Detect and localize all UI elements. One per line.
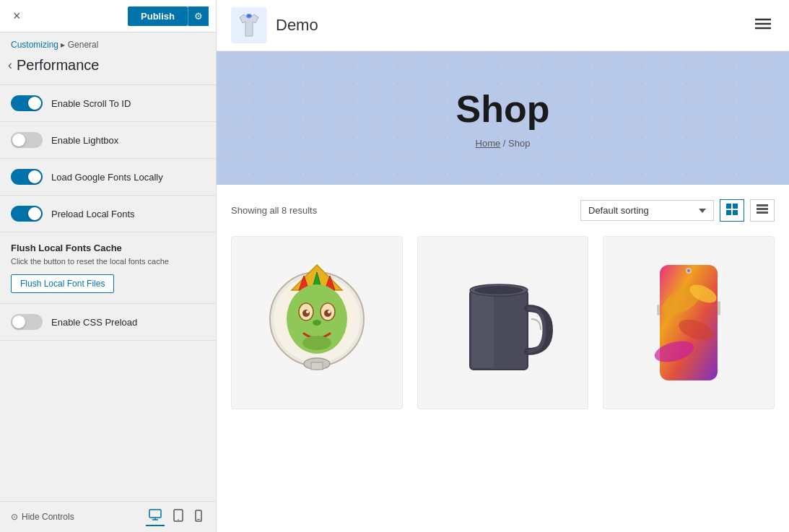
svg-rect-14	[733, 204, 738, 209]
svg-point-49	[687, 269, 690, 272]
grid-view-button[interactable]	[720, 199, 744, 222]
hamburger-menu-button[interactable]	[751, 14, 775, 38]
list-view-icon	[757, 204, 768, 215]
main-content: Demo Shop Home / Shop Showing all 8 resu…	[217, 0, 789, 532]
svg-rect-17	[757, 204, 768, 206]
desktop-view-button[interactable]	[146, 507, 165, 526]
svg-point-33	[328, 310, 331, 313]
cache-section: Flush Local Fonts Cache Click the button…	[0, 232, 216, 304]
hamburger-icon	[755, 17, 771, 30]
svg-point-35	[302, 336, 331, 350]
toggle-thumb-css-preload	[12, 315, 25, 328]
svg-rect-16	[733, 210, 738, 215]
toggle-enable-scroll-to-id[interactable]	[11, 95, 43, 111]
logo-tshirt-icon	[234, 10, 264, 40]
breadcrumb-parent-link[interactable]: Customizing	[11, 40, 58, 50]
svg-point-32	[306, 310, 309, 313]
list-view-button[interactable]	[750, 199, 775, 222]
label-enable-scroll-to-id: Enable Scroll To ID	[51, 98, 131, 109]
label-enable-lightbox: Enable Lightbox	[51, 135, 118, 146]
products-area: Showing all 8 results Default sorting So…	[217, 185, 789, 424]
gear-button[interactable]: ⚙	[188, 6, 209, 26]
mobile-view-button[interactable]	[192, 507, 205, 526]
svg-rect-0	[149, 510, 161, 518]
svg-rect-13	[726, 204, 731, 209]
toggle-thumb-preload-fonts	[28, 207, 41, 220]
shop-breadcrumb-current: Shop	[508, 138, 530, 149]
back-button[interactable]: ‹	[4, 55, 17, 76]
svg-rect-19	[757, 212, 768, 214]
toggle-thumb-scroll-to-id	[28, 97, 41, 110]
products-grid	[231, 236, 775, 409]
tablet-view-button[interactable]	[170, 507, 186, 526]
page-title-row: ‹ Performance	[0, 51, 216, 85]
toggle-track-preload-fonts	[11, 206, 43, 222]
toggle-track-css-preload	[11, 314, 43, 330]
site-logo-area: Demo	[231, 7, 318, 43]
shop-breadcrumb-home-link[interactable]: Home	[476, 138, 501, 149]
sidebar-header: × Publish ⚙	[0, 0, 216, 32]
svg-point-4	[178, 519, 179, 520]
close-button[interactable]: ×	[7, 6, 27, 27]
breadcrumb-child: General	[68, 40, 99, 50]
control-load-google-fonts: Load Google Fonts Locally	[0, 159, 216, 196]
svg-rect-18	[757, 208, 768, 210]
shop-breadcrumb-separator: /	[500, 138, 508, 149]
controls-body: Enable Scroll To ID Enable Lightbox Load…	[0, 85, 216, 501]
svg-point-31	[324, 310, 331, 317]
label-preload-local-fonts: Preload Local Fonts	[51, 209, 135, 219]
svg-rect-50	[718, 301, 720, 315]
toggle-enable-lightbox[interactable]	[11, 132, 43, 148]
shop-breadcrumb: Home / Shop	[231, 138, 775, 149]
product-card-1[interactable]	[231, 236, 403, 409]
shop-banner: Shop Home / Shop	[217, 51, 789, 185]
grid-view-icon	[726, 204, 738, 215]
breadcrumb-section: Customizing ▸ General	[0, 32, 216, 51]
shop-page-title: Shop	[231, 87, 775, 131]
svg-rect-39	[472, 292, 494, 367]
control-preload-local-fonts: Preload Local Fonts	[0, 196, 216, 232]
toggle-track-google-fonts	[11, 169, 43, 185]
sidebar: × Publish ⚙ Customizing ▸ General ‹ Perf…	[0, 0, 217, 532]
toggle-enable-css-preload[interactable]	[11, 314, 43, 330]
control-enable-scroll-to-id: Enable Scroll To ID	[0, 85, 216, 122]
site-logo	[231, 7, 267, 43]
toggle-thumb-lightbox	[12, 134, 25, 147]
product-image-1	[232, 237, 402, 409]
publish-button[interactable]: Publish	[128, 6, 188, 26]
hide-controls-label: Hide Controls	[22, 512, 74, 522]
product-card-3[interactable]	[603, 236, 775, 409]
breadcrumb-separator: ▸	[58, 40, 68, 50]
hide-controls[interactable]: ⊙ Hide Controls	[11, 512, 74, 522]
footer-icons	[146, 507, 205, 526]
product-image-2	[418, 237, 588, 409]
svg-rect-15	[726, 210, 731, 215]
svg-point-41	[474, 286, 523, 295]
site-header: Demo	[217, 0, 789, 51]
control-enable-lightbox: Enable Lightbox	[0, 122, 216, 159]
publish-group: Publish ⚙	[128, 6, 209, 26]
results-count: Showing all 8 results	[231, 205, 317, 216]
page-title: Performance	[17, 57, 100, 74]
cache-description: Click the button to reset the local font…	[11, 256, 205, 267]
toggle-thumb-google-fonts	[28, 170, 41, 183]
svg-rect-37	[311, 362, 323, 370]
label-load-google-fonts: Load Google Fonts Locally	[51, 172, 163, 183]
sort-select[interactable]: Default sorting Sort by popularity Sort …	[580, 200, 714, 221]
sidebar-header-left: ×	[7, 6, 27, 27]
site-name: Demo	[276, 16, 318, 35]
svg-point-34	[313, 320, 321, 326]
toggle-preload-local-fonts[interactable]	[11, 206, 43, 222]
breadcrumb: Customizing ▸ General	[11, 40, 205, 50]
product-card-2[interactable]	[417, 236, 589, 409]
product-image-3	[603, 237, 774, 409]
label-enable-css-preload: Enable CSS Preload	[51, 317, 137, 328]
svg-point-30	[302, 310, 310, 317]
products-toolbar: Showing all 8 results Default sorting So…	[231, 199, 775, 222]
cache-title: Flush Local Fonts Cache	[11, 243, 205, 253]
flush-local-font-files-button[interactable]: Flush Local Font Files	[11, 274, 114, 293]
toggle-track-lightbox	[11, 132, 43, 148]
toggle-load-google-fonts[interactable]	[11, 169, 43, 185]
svg-point-9	[248, 14, 251, 17]
svg-rect-51	[657, 305, 660, 315]
